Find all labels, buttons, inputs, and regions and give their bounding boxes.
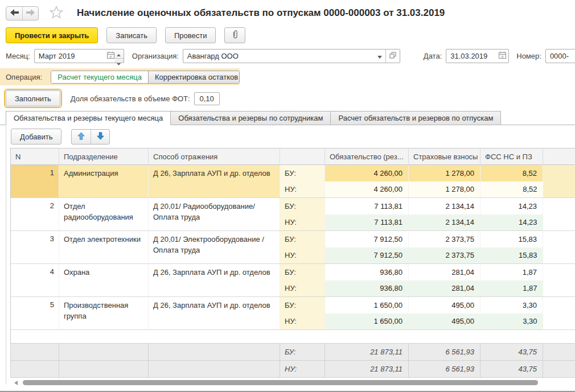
cell-department[interactable]: Производственная группа [59, 297, 149, 330]
organization-dropdown-button[interactable] [374, 49, 385, 63]
tab-vacation-calculation[interactable]: Расчет обязательств и резервов по отпуск… [330, 111, 501, 125]
move-down-button[interactable] [91, 130, 109, 144]
column-header-fss[interactable]: ФСС НС и ПЗ [480, 148, 543, 165]
forward-arrow-icon [26, 9, 35, 18]
table-row[interactable]: 3 Отдел электротехники Д 20,01/ Электроо… [11, 231, 575, 247]
cell-fss-nu[interactable]: 1,87 [480, 280, 543, 297]
cell-department[interactable]: Охрана [59, 264, 149, 297]
tab-current-month-liabilities[interactable]: Обязательства и резервы текущего месяца [6, 111, 171, 125]
table-row[interactable]: 2 Отдел радиооборудования Д 20,01/ Радио… [11, 198, 575, 214]
cell-method[interactable]: Д 20,01/ Радиооборудование/ Оплата труда [149, 198, 280, 231]
operation-option-balance-correction[interactable]: Корректировка остатков [148, 71, 240, 83]
fot-share-value: 0,10 [195, 94, 219, 103]
paperclip-icon [231, 30, 239, 41]
organization-open-button[interactable] [386, 49, 400, 63]
cell-fss-bu[interactable]: 1,87 [480, 264, 543, 280]
cell-method[interactable]: Д 26, Зарплата АУП и др. отделов [149, 297, 280, 330]
cell-liability-bu[interactable]: 7 912,50 [325, 231, 409, 247]
add-row-button[interactable]: Добавить [11, 129, 61, 145]
date-calendar-button[interactable] [496, 49, 508, 63]
spin-down-button[interactable] [114, 58, 124, 67]
column-header-department[interactable]: Подразделение [59, 148, 149, 165]
totals-empty-cell [11, 361, 59, 378]
back-button[interactable] [6, 7, 22, 20]
fill-button[interactable]: Заполнить [6, 90, 60, 106]
month-label: Месяц: [6, 52, 30, 60]
cell-insurance-bu[interactable]: 281,04 [409, 264, 480, 280]
cell-n[interactable]: 1 [11, 165, 59, 198]
tab-employee-liabilities[interactable]: Обязательства и резервы по сотрудникам [170, 111, 331, 125]
cell-n[interactable]: 5 [11, 297, 59, 330]
cell-liability-bu[interactable]: 936,80 [325, 264, 409, 280]
cell-insurance-bu[interactable]: 1 278,00 [409, 165, 480, 181]
scroll-left-icon[interactable] [14, 378, 18, 387]
cell-liability-nu[interactable]: 4 260,00 [325, 181, 409, 198]
cell-n[interactable]: 4 [11, 264, 59, 297]
cell-insurance-bu[interactable]: 2 373,75 [409, 231, 480, 247]
bu-row-label: БУ: [280, 165, 325, 181]
cell-liability-nu[interactable]: 7 113,81 [325, 214, 409, 231]
cell-liability-bu[interactable]: 4 260,00 [325, 165, 409, 181]
cell-method[interactable]: Д 26, Зарплата АУП и др. отделов [149, 165, 280, 198]
write-button[interactable]: Записать [106, 27, 157, 43]
cell-fss-nu[interactable]: 3,30 [480, 313, 543, 330]
cell-department[interactable]: Отдел радиооборудования [59, 198, 149, 231]
cell-method[interactable]: Д 20,01/ Электрооборудование / Оплата тр… [149, 231, 280, 264]
spin-up-button[interactable] [114, 49, 124, 58]
horizontal-scrollbar[interactable] [14, 379, 575, 386]
column-header-liability[interactable]: Обязательство (рез... [325, 148, 409, 165]
cell-fss-bu[interactable]: 3,30 [480, 297, 543, 313]
attachments-button[interactable] [224, 27, 245, 43]
cell-fss-nu[interactable]: 8,52 [480, 181, 543, 198]
cell-n[interactable]: 2 [11, 198, 59, 231]
cell-fss-nu[interactable]: 15,83 [480, 247, 543, 264]
table-row[interactable]: 1 Администрация Д 26, Зарплата АУП и др.… [11, 165, 575, 181]
cell-liability-bu[interactable]: 7 113,81 [325, 198, 409, 214]
cell-insurance-nu[interactable]: 2 134,14 [409, 214, 480, 231]
grid-empty-space [10, 330, 575, 343]
totals-empty-cell [149, 344, 280, 361]
cell-fss-bu[interactable]: 14,23 [480, 198, 543, 214]
operation-option-current-month[interactable]: Расчет текущего месяца [51, 71, 148, 83]
table-row[interactable]: 4 Охрана Д 26, Зарплата АУП и др. отдело… [11, 264, 575, 280]
organization-label: Организация: [132, 52, 179, 60]
cell-insurance-nu[interactable]: 2 373,75 [409, 247, 480, 264]
cell-liability-nu[interactable]: 1 650,00 [325, 313, 409, 330]
cell-insurance-bu[interactable]: 495,00 [409, 297, 480, 313]
calendar-icon [107, 51, 114, 60]
cell-fss-bu[interactable]: 8,52 [480, 165, 543, 181]
column-header-method[interactable]: Способ отражения [149, 148, 280, 165]
cell-n[interactable]: 3 [11, 231, 59, 264]
cell-liability-nu[interactable]: 7 912,50 [325, 247, 409, 264]
cell-liability-nu[interactable]: 936,80 [325, 280, 409, 297]
month-field[interactable]: Март 2019 [34, 49, 118, 63]
cell-fss-bu[interactable]: 15,83 [480, 231, 543, 247]
cell-department[interactable]: Администрация [59, 165, 149, 198]
table-row[interactable]: 5 Производственная группа Д 26, Зарплата… [11, 297, 575, 313]
cell-fss-nu[interactable]: 14,23 [480, 214, 543, 231]
calendar-icon [499, 51, 506, 60]
number-field[interactable]: 0000- [545, 49, 575, 63]
organization-field[interactable]: Авангард ООО [183, 49, 400, 63]
forward-button[interactable] [22, 7, 38, 20]
column-header-insurance[interactable]: Страховые взносы [409, 148, 480, 165]
cell-insurance-bu[interactable]: 2 134,14 [409, 198, 480, 214]
post-and-close-button[interactable]: Провести и закрыть [6, 27, 98, 43]
cell-extra [543, 297, 575, 330]
move-up-button[interactable] [72, 130, 91, 144]
operation-label: Операция: [6, 73, 42, 81]
post-button[interactable]: Провести [165, 27, 216, 43]
cell-insurance-nu[interactable]: 1 278,00 [409, 181, 480, 198]
cell-insurance-nu[interactable]: 281,04 [409, 280, 480, 297]
cell-insurance-nu[interactable]: 495,00 [409, 313, 480, 330]
spin-down-icon [117, 59, 121, 67]
fot-share-field[interactable]: 0,10 [194, 92, 220, 105]
cell-liability-bu[interactable]: 1 650,00 [325, 297, 409, 313]
cell-department[interactable]: Отдел электротехники [59, 231, 149, 264]
date-field[interactable]: 31.03.2019 [446, 49, 509, 63]
column-header-n[interactable]: N [11, 148, 59, 165]
favorite-star-button[interactable] [50, 6, 63, 20]
number-value: 0000- [546, 52, 575, 60]
cell-method[interactable]: Д 26, Зарплата АУП и др. отделов [149, 264, 280, 297]
scrollbar-thumb[interactable] [23, 380, 538, 385]
